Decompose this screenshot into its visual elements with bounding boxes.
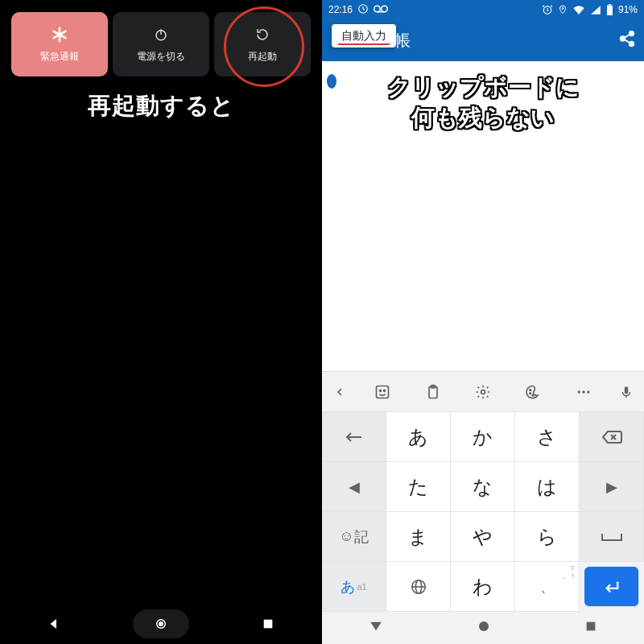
left-screenshot: 緊急通報 電源を切る 再起動 再起動すると xyxy=(0,0,322,644)
key-emoji-symbol[interactable]: ☺記 xyxy=(322,512,386,562)
shutdown-label: 電源を切る xyxy=(137,50,185,64)
autofill-label: 自動入力 xyxy=(341,29,386,42)
key-ta[interactable]: た xyxy=(386,462,451,512)
power-menu: 緊急通報 電源を切る 再起動 xyxy=(11,12,311,76)
key-sa[interactable]: さ xyxy=(515,412,580,462)
key-ya[interactable]: や xyxy=(451,512,515,562)
svg-rect-18 xyxy=(377,386,389,398)
svg-point-25 xyxy=(530,392,531,394)
svg-point-13 xyxy=(630,31,634,35)
keyboard-toolbar xyxy=(322,372,644,412)
kb-theme-button[interactable] xyxy=(508,384,558,400)
key-input-mode[interactable]: あa1 xyxy=(322,562,386,612)
svg-rect-11 xyxy=(607,5,613,15)
svg-point-24 xyxy=(530,389,531,390)
nav-recents-button[interactable] xyxy=(240,609,296,638)
app-title: 帳 xyxy=(394,30,411,52)
status-bar: 22:16 91% xyxy=(322,0,644,19)
nav-home-button[interactable] xyxy=(133,609,189,638)
nav-back-button-2[interactable] xyxy=(369,621,383,635)
restart-label: 再起動 xyxy=(248,50,277,64)
svg-rect-4 xyxy=(264,620,273,629)
svg-point-27 xyxy=(577,390,580,393)
svg-point-20 xyxy=(384,390,386,391)
status-app-icon xyxy=(357,3,369,17)
right-caption-line2: 何も残らない xyxy=(322,103,644,134)
kb-settings-button[interactable] xyxy=(458,384,508,400)
kb-more-button[interactable] xyxy=(559,384,609,400)
app-bar: 自動入力 帳 xyxy=(322,19,644,61)
key-backspace[interactable] xyxy=(580,412,644,462)
restart-button[interactable]: 再起動 xyxy=(214,12,311,76)
right-caption-line1: クリップボードに xyxy=(322,72,644,103)
key-a[interactable]: あ xyxy=(386,412,451,462)
android-nav-bar-right xyxy=(322,612,644,644)
key-space[interactable] xyxy=(580,512,644,562)
emergency-call-button[interactable]: 緊急通報 xyxy=(11,12,108,76)
key-na[interactable]: な xyxy=(451,462,515,512)
svg-point-26 xyxy=(533,394,535,396)
kb-sticker-button[interactable] xyxy=(357,384,407,400)
nav-home-button-2[interactable] xyxy=(477,619,491,637)
svg-rect-30 xyxy=(625,386,629,394)
key-ha[interactable]: は xyxy=(515,462,580,512)
voicemail-icon xyxy=(374,4,388,16)
nav-back-button[interactable] xyxy=(26,609,82,638)
soft-keyboard: あ か さ ◀ た な は ▶ ☺記 ま や ら あa1 わ 、 ? 。 ! xyxy=(322,371,644,612)
emergency-label: 緊急通報 xyxy=(40,50,79,64)
kb-clipboard-button[interactable] xyxy=(407,384,457,400)
key-right[interactable]: ▶ xyxy=(580,462,644,512)
svg-point-23 xyxy=(481,390,485,394)
key-left[interactable]: ◀ xyxy=(322,462,386,512)
key-enter[interactable] xyxy=(584,567,639,607)
alarm-icon xyxy=(542,4,553,15)
svg-point-28 xyxy=(582,390,584,393)
svg-point-19 xyxy=(380,390,382,391)
key-ka[interactable]: か xyxy=(451,412,515,462)
kb-collapse-button[interactable] xyxy=(322,386,357,398)
location-icon xyxy=(558,4,568,15)
key-punct[interactable]: 、 ? 。 ! xyxy=(515,562,580,612)
restart-icon xyxy=(254,26,271,43)
svg-line-17 xyxy=(625,39,630,43)
svg-point-10 xyxy=(562,8,564,10)
right-caption: クリップボードに 何も残らない xyxy=(322,72,644,133)
svg-rect-12 xyxy=(609,4,611,5)
status-time: 22:16 xyxy=(328,4,353,15)
svg-point-6 xyxy=(374,6,381,12)
svg-point-29 xyxy=(587,390,589,393)
key-wa[interactable]: わ xyxy=(451,562,515,612)
nav-recents-button-2[interactable] xyxy=(584,620,597,636)
key-ma[interactable]: ま xyxy=(386,512,451,562)
wifi-icon xyxy=(572,5,585,14)
kb-mic-button[interactable] xyxy=(609,385,644,399)
shutdown-button[interactable]: 電源を切る xyxy=(113,12,209,76)
punct-superscripts: ? 。 ! xyxy=(563,565,574,580)
svg-point-3 xyxy=(159,621,163,626)
key-globe[interactable] xyxy=(386,562,451,612)
signal-icon xyxy=(590,5,601,14)
android-nav-bar xyxy=(0,604,322,644)
svg-point-15 xyxy=(630,41,634,45)
svg-rect-38 xyxy=(587,622,596,631)
power-icon xyxy=(152,26,170,43)
svg-point-7 xyxy=(382,6,388,12)
right-screenshot: 22:16 91% 自動入力 帳 クリップボードに 何も残らない xyxy=(322,0,644,644)
autofill-chip[interactable]: 自動入力 xyxy=(332,24,396,47)
asterisk-icon xyxy=(51,26,68,43)
battery-text: 91% xyxy=(618,4,638,15)
share-button[interactable] xyxy=(618,30,636,52)
battery-icon xyxy=(606,4,613,15)
left-caption: 再起動すると xyxy=(0,90,322,122)
key-undo[interactable] xyxy=(322,412,386,462)
svg-point-37 xyxy=(479,621,489,631)
svg-line-16 xyxy=(625,34,630,37)
svg-point-14 xyxy=(621,36,625,41)
keyboard-keys: あ か さ ◀ た な は ▶ ☺記 ま や ら あa1 わ 、 ? 。 ! xyxy=(322,412,644,612)
key-ra[interactable]: ら xyxy=(515,512,580,562)
